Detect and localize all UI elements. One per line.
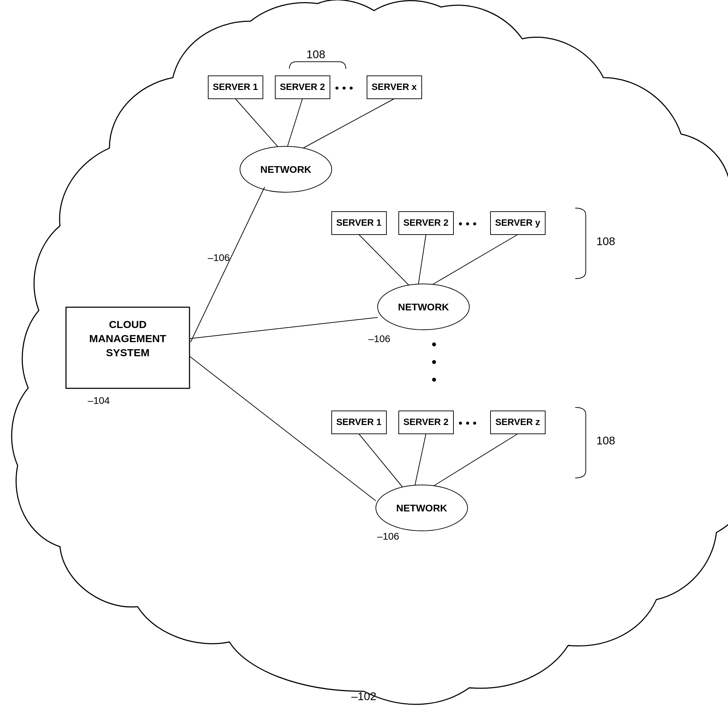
server2-top-label: SERVER 2 [280, 82, 325, 92]
line-s1-net-bot [359, 434, 402, 487]
serverx-top-label: SERVER x [372, 82, 417, 92]
line-sy-net-mid [430, 235, 518, 286]
dots-bottom: • • • [458, 417, 476, 429]
network-middle-label: NETWORK [398, 302, 449, 312]
svg-text:108: 108 [596, 235, 615, 247]
ref-102: –102 [351, 690, 376, 702]
line-cms-net-mid [190, 317, 378, 338]
server1-bottom-label: SERVER 1 [336, 417, 381, 427]
servery-middle-label: SERVER y [495, 217, 541, 228]
brace-bottom-108: 108 [575, 407, 615, 478]
brace-middle-108: 108 [575, 208, 615, 279]
server2-middle-label: SERVER 2 [403, 217, 448, 228]
cms-label-line3: SYSTEM [106, 347, 149, 358]
diagram-container: 108 SERVER 1 SERVER 2 • • • SERVER x NET… [0, 0, 728, 716]
dots-vertical2: • [432, 354, 436, 370]
line-sz-net-bot [432, 434, 518, 487]
svg-text:108: 108 [596, 434, 615, 447]
line-s2-net-top [286, 99, 302, 152]
cms-label-line1: CLOUD [109, 319, 147, 330]
cms-label-line2: MANAGEMENT [89, 332, 166, 344]
dots-vertical3: • [432, 372, 436, 387]
server1-middle-label: SERVER 1 [336, 217, 381, 228]
server2-bottom-label: SERVER 2 [403, 417, 448, 427]
line-s1-net-top [236, 99, 282, 152]
dots-top: • • • [335, 82, 353, 94]
network-bottom-label: NETWORK [396, 503, 447, 514]
brace-top-108: 108 [289, 48, 346, 69]
line-s1-net-mid [359, 235, 409, 286]
ref-104: –104 [88, 395, 110, 406]
line-s2-net-mid [418, 235, 426, 286]
line-sx-net-top [296, 99, 394, 152]
dots-vertical: • [432, 337, 436, 352]
dots-middle: • • • [458, 217, 476, 230]
ref-106-bot: –106 [377, 531, 399, 542]
line-s2-net-bot [415, 434, 426, 487]
serverz-bottom-label: SERVER z [495, 417, 540, 427]
svg-text:108: 108 [306, 48, 325, 61]
server1-top-label: SERVER 1 [213, 82, 258, 92]
line-net-top-cms [190, 187, 264, 342]
ref-106-top: –106 [208, 252, 230, 263]
network-top-label: NETWORK [260, 164, 312, 175]
ref-106-mid: –106 [368, 333, 390, 344]
